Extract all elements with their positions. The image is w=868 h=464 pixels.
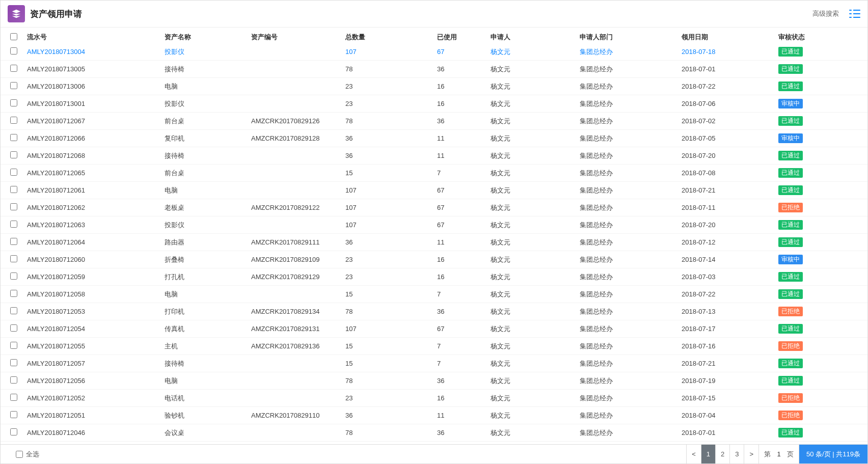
cell-asset-name: 接待椅 — [165, 355, 251, 372]
cell-applicant: 杨文元 — [491, 113, 580, 130]
cell-applicant: 杨文元 — [491, 199, 580, 216]
table-row[interactable]: AMLY20180713006电脑2316杨文元集团总经办2018-07-22已… — [1, 78, 867, 95]
cell-date: 2018-07-20 — [682, 216, 778, 234]
row-checkbox[interactable] — [10, 203, 17, 210]
row-checkbox[interactable] — [10, 272, 17, 280]
row-checkbox[interactable] — [10, 151, 17, 158]
row-checkbox[interactable] — [10, 359, 17, 366]
row-checkbox[interactable] — [10, 99, 17, 106]
table-row[interactable]: AMLY20180712046会议桌7836杨文元集团总经办2018-07-01… — [1, 424, 867, 442]
col-header-total[interactable]: 总数量 — [345, 28, 437, 47]
col-header-asset-code[interactable]: 资产编号 — [251, 28, 345, 47]
col-header-applicant[interactable]: 申请人 — [491, 28, 580, 47]
row-checkbox[interactable] — [10, 324, 17, 332]
page-number-button[interactable]: 2 — [715, 445, 729, 463]
page-number-button[interactable]: 1 — [701, 445, 715, 463]
table-row[interactable]: AMLY20180712053打印机AMZCRK201708291347836杨… — [1, 303, 867, 320]
col-header-serial[interactable]: 流水号 — [27, 28, 165, 47]
header-checkbox[interactable] — [10, 33, 17, 40]
select-all-checkbox[interactable] — [16, 451, 23, 458]
row-checkbox[interactable] — [10, 428, 17, 435]
row-checkbox[interactable] — [10, 186, 17, 193]
table-row[interactable]: AMLY20180712057接待椅157杨文元集团总经办2018-07-21已… — [1, 355, 867, 372]
cell-status: 已拒绝 — [778, 390, 867, 407]
row-checkbox[interactable] — [10, 117, 17, 124]
status-badge: 已通过 — [778, 151, 803, 160]
cell-used: 36 — [437, 424, 491, 442]
table-row[interactable]: AMLY20180712058电脑157杨文元集团总经办2018-07-22已通… — [1, 286, 867, 303]
table-row[interactable]: AMLY20180712065前台桌157杨文元集团总经办2018-07-08已… — [1, 165, 867, 182]
cell-used: 16 — [437, 95, 491, 113]
table-row[interactable]: AMLY20180712055主机AMZCRK20170829136157杨文元… — [1, 338, 867, 355]
col-header-asset-name[interactable]: 资产名称 — [165, 28, 251, 47]
page-prev-button[interactable]: < — [686, 445, 701, 463]
table-row[interactable]: AMLY20180712063投影仪10767杨文元集团总经办2018-07-2… — [1, 216, 867, 234]
list-menu-icon[interactable] — [849, 8, 860, 19]
row-checkbox[interactable] — [10, 82, 17, 89]
row-checkbox[interactable] — [10, 411, 17, 418]
table-row[interactable]: AMLY20180713001投影仪2316杨文元集团总经办2018-07-06… — [1, 95, 867, 113]
status-badge: 审核中 — [778, 133, 803, 143]
table-row[interactable]: AMLY20180712068接待椅3611杨文元集团总经办2018-07-20… — [1, 147, 867, 165]
cell-total: 107 — [345, 216, 437, 234]
table-row[interactable]: AMLY20180712052电话机2316杨文元集团总经办2018-07-15… — [1, 390, 867, 407]
row-checkbox[interactable] — [10, 307, 17, 314]
cell-status: 已通过 — [778, 113, 867, 130]
row-checkbox[interactable] — [10, 238, 17, 245]
cell-asset-name: 会议桌 — [165, 424, 251, 442]
table-row[interactable]: AMLY20180712054传真机AMZCRK2017082913110767… — [1, 320, 867, 338]
cell-used: 36 — [437, 61, 491, 78]
table-row[interactable]: AMLY20180712051验钞机AMZCRK201708291103611杨… — [1, 407, 867, 424]
cell-serial: AMLY20180712059 — [27, 268, 165, 286]
cell-asset-code: AMZCRK20170829134 — [251, 303, 345, 320]
select-all-label[interactable]: 全选 — [16, 450, 39, 459]
cell-asset-name: 接待椅 — [165, 61, 251, 78]
table-row[interactable]: AMLY20180712064路由器AMZCRK201708291113611杨… — [1, 234, 867, 251]
col-header-date[interactable]: 领用日期 — [682, 28, 778, 47]
row-checkbox[interactable] — [10, 290, 17, 297]
cell-applicant: 杨文元 — [491, 182, 580, 199]
page-next-button[interactable]: > — [744, 445, 758, 463]
cell-asset-code — [251, 390, 345, 407]
cell-applicant: 杨文元 — [491, 268, 580, 286]
cell-applicant: 杨文元 — [491, 303, 580, 320]
row-checkbox[interactable] — [10, 255, 17, 262]
page-number-button[interactable]: 3 — [729, 445, 744, 463]
row-checkbox[interactable] — [10, 376, 17, 384]
cell-total: 36 — [345, 407, 437, 424]
col-header-department[interactable]: 申请人部门 — [580, 28, 682, 47]
advanced-search-button[interactable]: 高级搜索 — [807, 7, 844, 20]
cell-asset-code: AMZCRK20170829126 — [251, 113, 345, 130]
row-checkbox[interactable] — [10, 47, 17, 54]
cell-date: 2018-07-02 — [682, 113, 778, 130]
table-scroll[interactable]: 流水号 资产名称 资产编号 总数量 已使用 申请人 申请人部门 领用日期 审核状… — [1, 28, 867, 444]
row-checkbox[interactable] — [10, 342, 17, 349]
col-header-status[interactable]: 审核状态 — [778, 28, 867, 47]
col-header-used[interactable]: 已使用 — [437, 28, 491, 47]
table-row[interactable]: AMLY20180712056电脑7836杨文元集团总经办2018-07-19已… — [1, 372, 867, 390]
table-row[interactable]: AMLY20180713005接待椅7836杨文元集团总经办2018-07-01… — [1, 61, 867, 78]
row-checkbox[interactable] — [10, 169, 17, 176]
status-badge: 已拒绝 — [778, 341, 803, 351]
cell-department: 集团总经办 — [580, 424, 682, 442]
table-row[interactable]: AMLY20180712067前台桌AMZCRK201708291267836杨… — [1, 113, 867, 130]
cell-asset-code: AMZCRK20170829111 — [251, 234, 345, 251]
table-row[interactable]: AMLY20180712062老板桌AMZCRK2017082912210767… — [1, 199, 867, 216]
cell-total: 36 — [345, 130, 437, 147]
status-badge: 已通过 — [778, 220, 803, 230]
table-row[interactable]: AMLY20180712060折叠椅AMZCRK201708291092316杨… — [1, 251, 867, 268]
table-row[interactable]: AMLY20180712059打孔机AMZCRK201708291292316杨… — [1, 268, 867, 286]
table-row[interactable]: AMLY20180712061电脑10767杨文元集团总经办2018-07-21… — [1, 182, 867, 199]
cell-asset-name: 电话机 — [165, 390, 251, 407]
page-input[interactable] — [773, 450, 785, 458]
cell-used: 16 — [437, 390, 491, 407]
cell-applicant: 杨文元 — [491, 372, 580, 390]
cell-applicant: 杨文元 — [491, 165, 580, 182]
cell-department: 集团总经办 — [580, 95, 682, 113]
row-checkbox[interactable] — [10, 65, 17, 72]
cell-status: 已拒绝 — [778, 199, 867, 216]
row-checkbox[interactable] — [10, 394, 17, 401]
row-checkbox[interactable] — [10, 221, 17, 228]
row-checkbox[interactable] — [10, 134, 17, 141]
table-row[interactable]: AMLY20180712066复印机AMZCRK201708291283611杨… — [1, 130, 867, 147]
